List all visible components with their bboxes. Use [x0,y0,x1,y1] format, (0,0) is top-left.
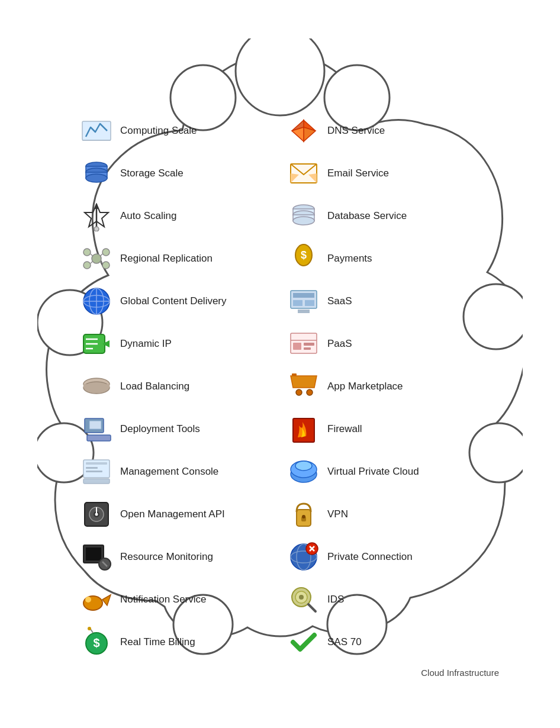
service-label-dynamic-ip: Dynamic IP [120,338,172,350]
deploy-icon [81,414,112,444]
svg-rect-89 [304,347,311,350]
service-item-dns-service: DNS Service [280,109,487,152]
svg-rect-82 [293,300,302,306]
service-item-storage-scale: Storage Scale [73,152,280,195]
monitor-icon [81,542,112,572]
global-icon [81,286,112,317]
svg-rect-48 [86,471,102,472]
cloud-diagram: Computing ScaleStorage ScaleAuto Scaling… [37,38,523,690]
right-column: DNS ServiceEmail ServiceDatabase Service… [280,109,487,663]
service-label-deployment-tools: Deployment Tools [120,423,200,435]
svg-point-23 [83,262,91,269]
service-label-resource-monitoring: Resource Monitoring [120,551,213,563]
svg-rect-83 [305,300,314,306]
service-item-sas-70: SAS 70 [280,621,487,663]
svg-point-24 [102,262,110,269]
service-label-paas: PaaS [327,338,352,350]
service-label-auto-scaling: Auto Scaling [120,210,176,222]
service-label-sas-70: SAS 70 [327,636,362,648]
service-label-virtual-private-cloud: Virtual Private Cloud [327,466,419,478]
auto-icon [81,201,112,231]
service-item-notification-service: Notification Service [73,578,280,621]
email-icon [288,158,319,189]
api-icon [81,499,112,530]
billing-icon: $ [81,627,112,658]
service-item-firewall: Firewall [280,408,487,450]
svg-point-110 [299,595,304,600]
service-label-vpn: VPN [327,508,348,520]
svg-point-92 [307,389,313,395]
saas-icon [288,286,319,317]
service-item-load-balancing: Load Balancing [73,365,280,408]
svg-point-54 [95,513,98,516]
svg-text:$: $ [301,249,307,261]
service-label-regional-replication: Regional Replication [120,253,213,265]
payments-icon: $ [288,243,319,274]
firewall-icon [288,414,319,444]
service-item-dynamic-ip: Dynamic IP [73,323,280,365]
service-label-storage-scale: Storage Scale [120,167,184,179]
marketplace-icon [288,371,319,402]
svg-rect-84 [298,310,310,313]
service-item-database-service: Database Service [280,195,487,237]
svg-point-15 [86,174,107,182]
service-label-firewall: Firewall [327,423,362,435]
svg-rect-88 [304,343,314,346]
vpn-icon [288,499,319,530]
service-label-payments: Payments [327,253,372,265]
svg-rect-41 [83,384,110,388]
svg-point-22 [102,249,110,256]
ids-icon [288,584,319,615]
service-label-notification-service: Notification Service [120,594,207,605]
service-label-real-time-billing: Real Time Billing [120,636,195,648]
service-item-virtual-private-cloud: Virtual Private Cloud [280,450,487,493]
service-label-ids: IDS [327,594,344,605]
service-label-load-balancing: Load Balancing [120,381,189,392]
service-label-app-marketplace: App Marketplace [327,381,403,392]
svg-line-64 [91,629,93,633]
service-item-resource-monitoring: Resource Monitoring [73,536,280,578]
private-icon [288,542,319,572]
svg-marker-18 [94,203,99,209]
svg-rect-49 [83,479,110,484]
cloud-footer-label: Cloud Infrastructure [421,668,499,678]
svg-rect-47 [86,467,98,469]
service-label-global-content-delivery: Global Content Delivery [120,295,227,307]
vpc-icon [288,456,319,487]
svg-text:$: $ [93,636,99,649]
svg-line-27 [91,261,93,263]
service-label-computing-scale: Computing Scale [120,125,197,137]
service-label-private-connection: Private Connection [327,551,413,563]
service-item-vpn: VPN [280,493,487,536]
service-item-management-console: Management Console [73,450,280,493]
service-item-private-connection: Private Connection [280,536,487,578]
svg-point-100 [302,515,305,518]
service-item-payments: $Payments [280,237,487,280]
services-grid: Computing ScaleStorage ScaleAuto Scaling… [37,38,523,711]
service-item-open-management-api: Open Management API [73,493,280,536]
svg-point-97 [295,461,312,471]
service-label-management-console: Management Console [120,466,218,478]
service-label-database-service: Database Service [327,210,407,222]
replication-icon [81,243,112,274]
svg-line-25 [91,254,93,256]
svg-point-77 [293,217,314,225]
storage-icon [81,158,112,189]
service-item-paas: PaaS [280,323,487,365]
paas-icon [288,328,319,359]
service-item-deployment-tools: Deployment Tools [73,408,280,450]
svg-line-28 [100,261,102,263]
svg-point-61 [85,597,91,603]
left-column: Computing ScaleStorage ScaleAuto Scaling… [73,109,280,663]
service-item-real-time-billing: $Real Time Billing [73,621,280,663]
service-item-app-marketplace: App Marketplace [280,365,487,408]
svg-line-109 [308,604,316,611]
mgmt-icon [81,456,112,487]
service-item-computing-scale: Computing Scale [73,109,280,152]
service-item-auto-scaling: Auto Scaling [73,195,280,237]
service-label-open-management-api: Open Management API [120,508,225,520]
computing-icon [81,115,112,146]
service-item-ids: IDS [280,578,487,621]
svg-marker-60 [102,595,111,605]
svg-point-20 [92,254,101,263]
